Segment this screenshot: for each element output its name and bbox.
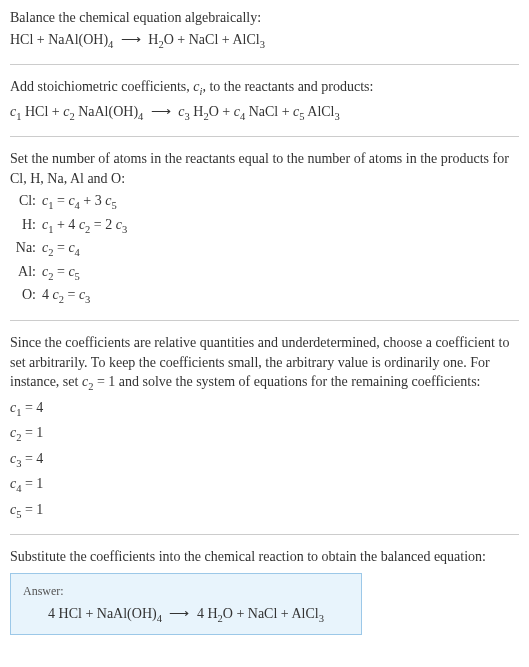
var-sub: 5	[75, 271, 80, 282]
eq-text: HCl + NaAl(OH)	[10, 32, 108, 47]
intro-text: Balance the chemical equation algebraica…	[10, 8, 519, 28]
atom-label: Cl:	[14, 190, 42, 214]
text: NaCl +	[245, 104, 293, 119]
text: 4	[42, 287, 53, 302]
text: 4 HCl + NaAl(OH)	[48, 606, 157, 621]
atom-table: Cl:c1 = c4 + 3 c5H:c1 + 4 c2 = 2 c3Na:c2…	[14, 190, 519, 308]
text: = 4	[21, 400, 43, 415]
text: + 3	[80, 193, 105, 208]
atom-equation: c1 = c4 + 3 c5	[42, 190, 519, 214]
atom-label: Na:	[14, 237, 42, 261]
step3-text: Since the coefficients are relative quan…	[10, 333, 519, 395]
atom-equation: c1 + 4 c2 = 2 c3	[42, 214, 519, 238]
text: =	[64, 287, 79, 302]
atom-row: H:c1 + 4 c2 = 2 c3	[14, 214, 519, 238]
var-sub: 3	[85, 294, 90, 305]
step1-text: Add stoichiometric coefficients, ci, to …	[10, 77, 519, 99]
text: =	[53, 264, 68, 279]
text: NaAl(OH)	[75, 104, 138, 119]
text: = 1	[21, 502, 43, 517]
atom-equation: c2 = c5	[42, 261, 519, 285]
atom-label: H:	[14, 214, 42, 238]
coef-line: c4 = 1	[10, 473, 519, 497]
text: = 4	[21, 451, 43, 466]
atom-label: O:	[14, 284, 42, 308]
text: O + NaCl + AlCl	[223, 606, 319, 621]
coef-list: c1 = 4c2 = 1c3 = 4c4 = 1c5 = 1	[10, 397, 519, 523]
text: = 1	[21, 425, 43, 440]
var-sub: 5	[111, 200, 116, 211]
step2-section: Set the number of atoms in the reactants…	[10, 149, 519, 308]
text: H	[190, 104, 204, 119]
answer-equation: 4 HCl + NaAl(OH)4 ⟶ 4 H2O + NaCl + AlCl3	[23, 605, 349, 624]
step1-section: Add stoichiometric coefficients, ci, to …	[10, 77, 519, 124]
atom-row: Cl:c1 = c4 + 3 c5	[14, 190, 519, 214]
coef-line: c2 = 1	[10, 422, 519, 446]
chem-sub: 3	[335, 110, 340, 121]
divider	[10, 534, 519, 535]
step3-section: Since the coefficients are relative quan…	[10, 333, 519, 522]
step2-text: Set the number of atoms in the reactants…	[10, 149, 519, 188]
atom-equation: 4 c2 = c3	[42, 284, 519, 308]
eq-sub: 4	[108, 38, 113, 49]
eq-sub: 3	[260, 38, 265, 49]
chem-sub: 4	[138, 110, 143, 121]
chem-sub: 4	[157, 613, 162, 624]
text: =	[53, 193, 68, 208]
intro-section: Balance the chemical equation algebraica…	[10, 8, 519, 52]
answer-label: Answer:	[23, 584, 349, 599]
coef-line: c1 = 4	[10, 397, 519, 421]
eq-text: O + NaCl + AlCl	[164, 32, 260, 47]
atom-row: Na:c2 = c4	[14, 237, 519, 261]
step1-equation: c1 HCl + c2 NaAl(OH)4 ⟶ c3 H2O + c4 NaCl…	[10, 102, 519, 124]
answer-box: Answer: 4 HCl + NaAl(OH)4 ⟶ 4 H2O + NaCl…	[10, 573, 362, 635]
text: HCl +	[21, 104, 63, 119]
text: O +	[209, 104, 234, 119]
coef-line: c5 = 1	[10, 499, 519, 523]
var-sub: 4	[75, 247, 80, 258]
atom-row: O:4 c2 = c3	[14, 284, 519, 308]
var-sub: 3	[122, 224, 127, 235]
divider	[10, 136, 519, 137]
step4-section: Substitute the coefficients into the che…	[10, 547, 519, 634]
divider	[10, 64, 519, 65]
arrow-icon: ⟶	[169, 605, 189, 622]
intro-equation: HCl + NaAl(OH)4 ⟶ H2O + NaCl + AlCl3	[10, 30, 519, 52]
atom-equation: c2 = c4	[42, 237, 519, 261]
atom-row: Al:c2 = c5	[14, 261, 519, 285]
text: = 1 and solve the system of equations fo…	[93, 374, 480, 389]
chem-sub: 3	[319, 613, 324, 624]
text: + 4	[53, 217, 78, 232]
arrow-icon: ⟶	[121, 30, 141, 50]
text: AlCl	[305, 104, 335, 119]
atom-label: Al:	[14, 261, 42, 285]
text: =	[53, 240, 68, 255]
text: = 1	[21, 476, 43, 491]
text: Add stoichiometric coefficients,	[10, 79, 193, 94]
text: = 2	[90, 217, 115, 232]
text: 4 H	[197, 606, 218, 621]
divider	[10, 320, 519, 321]
text: , to the reactants and products:	[202, 79, 373, 94]
coef-line: c3 = 4	[10, 448, 519, 472]
eq-text: H	[148, 32, 158, 47]
step4-text: Substitute the coefficients into the che…	[10, 547, 519, 567]
arrow-icon: ⟶	[151, 102, 171, 122]
